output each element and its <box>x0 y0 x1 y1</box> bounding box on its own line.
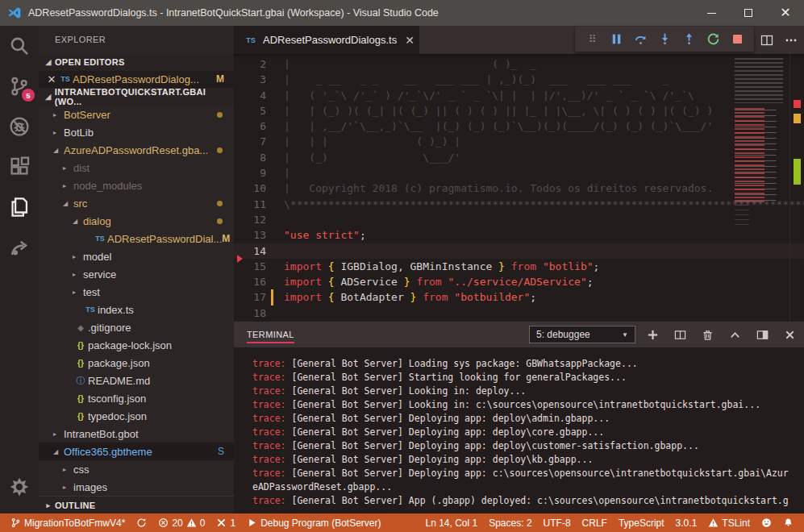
line-number: 11 <box>234 197 266 212</box>
tree-item-office365-gbtheme[interactable]: ◢Office365.gbthemeS <box>39 443 234 460</box>
more-actions-icon[interactable] <box>785 34 798 47</box>
cursor-position-item[interactable]: Ln 14, Col 1 <box>419 517 483 529</box>
indentation-item[interactable]: Spaces: 2 <box>483 517 537 529</box>
notifications-item[interactable] <box>777 517 799 528</box>
terminal-tab[interactable]: TERMINAL <box>247 322 294 347</box>
typescript-file-icon: TS <box>244 36 258 44</box>
open-editor-item[interactable]: ✕ TS ADResetPasswordDialog... M <box>39 71 234 89</box>
code-text: | _ __ _ _ __ ___ ___ | ,_)(_) ___ ___ _… <box>273 72 669 87</box>
tree-item-node-modules[interactable]: ▸node_modules <box>39 177 234 194</box>
close-panel-icon[interactable] <box>784 329 796 341</box>
code-text: "use strict"; <box>273 227 366 243</box>
debug-program-item[interactable]: Debug Program (BotServer) <box>241 517 386 529</box>
tab-close-icon[interactable]: ✕ <box>405 34 414 47</box>
code-line-3: 3| _ __ _ _ __ ___ ___ | ,_)(_) ___ ___ … <box>234 72 804 87</box>
error-icon <box>158 517 169 528</box>
debug-step-out-button[interactable] <box>678 29 699 50</box>
extensions-icon <box>9 156 30 177</box>
gitignore-file-icon: ◆ <box>73 323 88 332</box>
tree-item-src[interactable]: ◢src <box>39 194 234 212</box>
activitybar-extensions[interactable] <box>0 147 39 187</box>
split-terminal-icon[interactable] <box>674 329 686 341</box>
tree-item-label: AzureADPasswordReset.gba... <box>64 144 208 156</box>
code-text: | (_) \___/' <box>273 150 460 165</box>
language-mode-item[interactable]: TypeScript <box>613 517 670 529</box>
activitybar-source-control[interactable]: 5 <box>0 66 39 106</box>
activitybar-share[interactable] <box>0 227 39 268</box>
encoding-item[interactable]: UTF-8 <box>538 517 577 529</box>
code-text <box>273 305 284 321</box>
feedback-item[interactable] <box>756 517 777 528</box>
tree-item-package-lock-json[interactable]: {}package-lock.json <box>39 336 234 354</box>
debug-step-into-button[interactable] <box>654 29 675 50</box>
activitybar-settings[interactable] <box>0 467 39 507</box>
tree-item-service[interactable]: ▸service <box>39 265 234 283</box>
problems-item[interactable]: 20 0 <box>152 517 210 529</box>
tree-item-dist[interactable]: ▸dist <box>39 159 234 177</box>
close-button[interactable]: ✕ <box>767 0 804 26</box>
maximize-panel-icon[interactable] <box>729 329 741 341</box>
chevron-collapsed-icon: ▸ <box>63 484 73 491</box>
debug-pause-button[interactable] <box>606 29 627 50</box>
terminal-line: trace: [General Bot Server] Loading sys … <box>252 357 804 371</box>
new-terminal-icon[interactable] <box>647 329 659 341</box>
tree-item-azureadpasswordreset-gba[interactable]: ◢AzureADPasswordReset.gba... <box>39 141 234 159</box>
maximize-button[interactable] <box>730 0 767 26</box>
workspace-root-header[interactable]: ◢ INTRANETBOTQUICKSTART.GBAI (WO... <box>39 88 234 106</box>
minimap-code-block <box>735 108 783 205</box>
sync-item[interactable] <box>131 517 152 528</box>
minimap[interactable] <box>730 56 788 250</box>
open-editors-header[interactable]: ◢ OPEN EDITORS <box>39 53 234 71</box>
tree-item-label: typedoc.json <box>88 410 147 422</box>
debug-step-over-button[interactable] <box>630 29 651 50</box>
git-branch-item[interactable]: MigrationToBotFmwV4* <box>5 517 131 529</box>
step-out-icon <box>682 32 696 46</box>
code-line-17: 17import { BotAdapter } from "botbuilder… <box>234 289 804 305</box>
debug-restart-button[interactable] <box>702 29 723 50</box>
tree-item-readme-md[interactable]: ⓘREADME.md <box>39 372 234 389</box>
debug-current-line-marker <box>237 255 243 263</box>
code-text: import { IGBDialog, GBMinInstance } from… <box>273 259 599 274</box>
debug-toolbar-drag-handle[interactable]: ⠿ <box>581 29 602 50</box>
eol-item[interactable]: CRLF <box>577 517 613 529</box>
minimize-button[interactable] <box>693 0 730 26</box>
minimize-icon <box>707 13 716 14</box>
ts-version-item[interactable]: 3.0.1 <box>670 517 703 529</box>
code-editor[interactable]: 2| ( )_ _3| _ __ _ _ __ ___ ___ | ,_)(_)… <box>234 54 804 322</box>
files-icon <box>9 197 30 218</box>
tree-item-dialog[interactable]: ◢dialog <box>39 212 234 230</box>
tasks-item[interactable]: 1 <box>210 517 241 529</box>
move-panel-icon[interactable] <box>756 329 769 341</box>
code-line-4: 4| ( '_`\ /'_` ) /'_`\/' _ ` _ `\| | | |… <box>234 88 804 103</box>
tree-item-gitignore[interactable]: ◆.gitignore <box>39 318 234 336</box>
terminal-instance-select[interactable]: 5: debuggee ▼ <box>529 326 635 343</box>
kill-terminal-icon[interactable] <box>702 329 714 341</box>
activitybar-search[interactable] <box>0 26 39 66</box>
tree-item-typedoc-json[interactable]: {}typedoc.json <box>39 407 234 425</box>
activitybar-debug[interactable] <box>0 106 39 147</box>
tree-item-test[interactable]: ▸test <box>39 283 234 301</box>
tree-item-images[interactable]: ▸images <box>39 478 234 496</box>
tree-item-label: images <box>73 481 107 493</box>
tree-item-css[interactable]: ▸css <box>39 460 234 478</box>
status-bar: MigrationToBotFmwV4* 20 0 1 <box>0 513 804 532</box>
terminal-output[interactable]: trace: [General Bot Server] Loading sys … <box>234 347 804 513</box>
tree-item-botserver[interactable]: ▸BotServer <box>39 106 234 123</box>
tab-adresetpassworddialogs[interactable]: TS ADResetPasswordDialogs.ts ✕ <box>234 26 419 54</box>
tslint-item[interactable]: TSLint <box>702 517 756 529</box>
tree-item-botlib[interactable]: ▸BotLib <box>39 123 234 141</box>
outline-header[interactable]: ▸ OUTLINE <box>39 496 234 513</box>
tree-item-index-ts[interactable]: TSindex.ts <box>39 301 234 318</box>
terminal-panel: TERMINAL 5: debuggee ▼ tra <box>234 322 804 513</box>
tree-item-package-json[interactable]: {}package.json <box>39 354 234 372</box>
tree-item-intranetbot-gbot[interactable]: ▸IntranetBot.gbot <box>39 425 234 443</box>
activitybar-explorer[interactable] <box>0 187 39 227</box>
split-editor-icon[interactable] <box>760 34 773 47</box>
tree-item-model[interactable]: ▸model <box>39 247 234 265</box>
close-editor-icon[interactable]: ✕ <box>45 73 58 85</box>
tree-item-adresetpassworddial[interactable]: TSADResetPasswordDial...M <box>39 230 234 247</box>
tree-item-tsconfig-json[interactable]: {}tsconfig.json <box>39 389 234 407</box>
code-line-5: 5| | (_) )( (_| |( (_) || ( ) ( ) || |_ … <box>234 103 804 118</box>
chevron-collapsed-icon: ▸ <box>73 289 83 296</box>
debug-stop-button[interactable] <box>727 29 748 50</box>
